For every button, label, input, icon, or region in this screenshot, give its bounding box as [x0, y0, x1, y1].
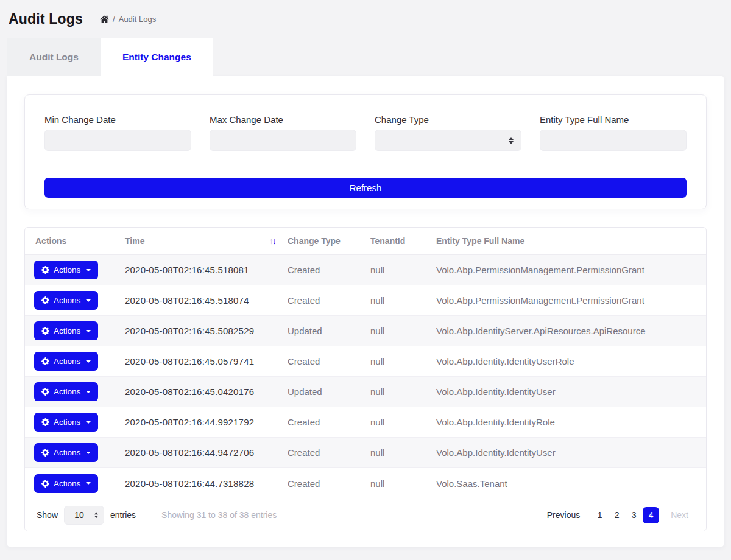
table-header: Actions Time ↑↓ Change Type TenantId Ent… — [25, 228, 706, 255]
min-change-date-label: Min Change Date — [44, 114, 191, 125]
cell-tenant-id: null — [370, 447, 436, 458]
pagination-page-3[interactable]: 3 — [626, 507, 642, 523]
actions-button-label: Actions — [54, 387, 80, 396]
actions-dropdown-button[interactable]: Actions — [34, 382, 98, 401]
cell-tenant-id: null — [370, 417, 436, 427]
actions-button-label: Actions — [54, 326, 80, 335]
table-row: Actions 2020-05-08T02:16:45.5082529 Upda… — [25, 316, 706, 346]
cell-time: 2020-05-08T02:16:44.9472706 — [125, 447, 288, 458]
cell-actions: Actions — [25, 261, 125, 279]
table-row: Actions 2020-05-08T02:16:45.0579741 Crea… — [25, 346, 706, 377]
home-icon[interactable] — [100, 15, 109, 23]
max-change-date-input[interactable] — [210, 130, 356, 151]
cell-actions: Actions — [25, 443, 125, 462]
cell-entity-type: Volo.Abp.Identity.IdentityRole — [436, 417, 706, 427]
sort-up-down-icon: ↑↓ — [269, 237, 277, 245]
change-type-select[interactable] — [375, 130, 521, 151]
tab-audit-logs[interactable]: Audit Logs — [7, 38, 101, 76]
cell-entity-type: Volo.Abp.PermissionManagement.Permission… — [436, 265, 706, 275]
pagination-page-2[interactable]: 2 — [609, 507, 625, 523]
tab-bar: Audit Logs Entity Changes — [7, 38, 724, 76]
pagination-page-4[interactable]: 4 — [643, 507, 659, 523]
cell-change-type: Created — [288, 417, 370, 427]
pagination-previous[interactable]: Previous — [541, 507, 586, 523]
pagination-page-1[interactable]: 1 — [592, 507, 608, 523]
cell-tenant-id: null — [370, 478, 436, 489]
entries-label: entries — [110, 510, 136, 520]
cell-entity-type: Volo.Saas.Tenant — [436, 478, 706, 489]
cell-entity-type: Volo.Abp.Identity.IdentityUser — [436, 387, 706, 397]
table-row: Actions 2020-05-08T02:16:44.9921792 Crea… — [25, 407, 706, 438]
cell-actions: Actions — [25, 291, 125, 310]
cell-time: 2020-05-08T02:16:45.0420176 — [125, 387, 288, 397]
caret-down-icon — [86, 452, 91, 454]
actions-button-label: Actions — [54, 296, 80, 305]
actions-dropdown-button[interactable]: Actions — [34, 261, 98, 279]
cell-actions: Actions — [25, 382, 125, 401]
entity-type-label: Entity Type Full Name — [540, 114, 687, 125]
actions-dropdown-button[interactable]: Actions — [34, 413, 98, 432]
table-row: Actions 2020-05-08T02:16:45.518074 Creat… — [25, 285, 706, 316]
refresh-button[interactable]: Refresh — [44, 178, 687, 198]
filter-field-entity-type: Entity Type Full Name — [540, 114, 687, 151]
breadcrumb-current: Audit Logs — [119, 15, 156, 24]
entity-changes-table: Actions Time ↑↓ Change Type TenantId Ent… — [24, 227, 707, 531]
cell-change-type: Created — [288, 478, 370, 489]
actions-button-label: Actions — [54, 479, 80, 488]
actions-button-label: Actions — [54, 448, 80, 457]
pagination: Previous 1234 Next — [541, 507, 694, 523]
filter-field-max-change-date: Max Change Date — [210, 114, 356, 151]
cell-time: 2020-05-08T02:16:45.518074 — [125, 295, 288, 306]
cell-tenant-id: null — [370, 387, 436, 397]
pagination-pages: 1234 — [592, 507, 659, 523]
gear-icon — [41, 327, 49, 335]
actions-dropdown-button[interactable]: Actions — [34, 474, 98, 493]
content-panel: Min Change Date Max Change Date Change T… — [7, 76, 724, 547]
caret-down-icon — [86, 391, 91, 393]
gear-icon — [41, 480, 49, 488]
cell-entity-type: Volo.Abp.IdentityServer.ApiResources.Api… — [436, 326, 706, 336]
entity-type-input[interactable] — [540, 130, 687, 151]
cell-tenant-id: null — [370, 326, 436, 336]
table-body: Actions 2020-05-08T02:16:45.518081 Creat… — [25, 255, 706, 499]
filter-card: Min Change Date Max Change Date Change T… — [24, 94, 707, 209]
caret-down-icon — [86, 360, 91, 363]
column-header-entity-type[interactable]: Entity Type Full Name — [436, 236, 706, 246]
gear-icon — [41, 388, 49, 396]
cell-entity-type: Volo.Abp.Identity.IdentityUserRole — [436, 356, 706, 366]
tab-entity-changes[interactable]: Entity Changes — [101, 38, 213, 76]
cell-change-type: Created — [288, 295, 370, 306]
cell-change-type: Created — [288, 265, 370, 275]
cell-tenant-id: null — [370, 295, 436, 306]
caret-down-icon — [86, 269, 91, 271]
pagination-next[interactable]: Next — [665, 507, 694, 523]
actions-dropdown-button[interactable]: Actions — [34, 291, 98, 310]
filter-field-change-type: Change Type — [375, 114, 521, 151]
cell-time: 2020-05-08T02:16:45.518081 — [125, 265, 288, 275]
caret-down-icon — [86, 421, 91, 424]
table-row: Actions 2020-05-08T02:16:45.0420176 Upda… — [25, 377, 706, 407]
table-row: Actions 2020-05-08T02:16:45.518081 Creat… — [25, 255, 706, 285]
column-header-time[interactable]: Time ↑↓ — [125, 236, 288, 246]
change-type-label: Change Type — [375, 114, 521, 125]
filter-field-min-change-date: Min Change Date — [44, 114, 191, 151]
min-change-date-input[interactable] — [44, 130, 191, 151]
show-label: Show — [37, 510, 58, 520]
breadcrumb: / Audit Logs — [100, 15, 156, 24]
column-header-change-type[interactable]: Change Type — [288, 236, 370, 246]
column-header-tenant-id[interactable]: TenantId — [370, 236, 436, 246]
caret-down-icon — [86, 330, 91, 332]
actions-dropdown-button[interactable]: Actions — [34, 443, 98, 462]
cell-actions: Actions — [25, 474, 125, 493]
page-title: Audit Logs — [9, 11, 83, 27]
actions-button-label: Actions — [54, 265, 80, 275]
cell-time: 2020-05-08T02:16:44.9921792 — [125, 417, 288, 427]
actions-dropdown-button[interactable]: Actions — [34, 352, 98, 371]
page-size-select[interactable]: 10 — [64, 506, 104, 525]
gear-icon — [41, 266, 49, 274]
cell-entity-type: Volo.Abp.Identity.IdentityUser — [436, 447, 706, 458]
cell-actions: Actions — [25, 321, 125, 340]
cell-actions: Actions — [25, 413, 125, 432]
cell-change-type: Created — [288, 356, 370, 366]
actions-dropdown-button[interactable]: Actions — [34, 321, 98, 340]
